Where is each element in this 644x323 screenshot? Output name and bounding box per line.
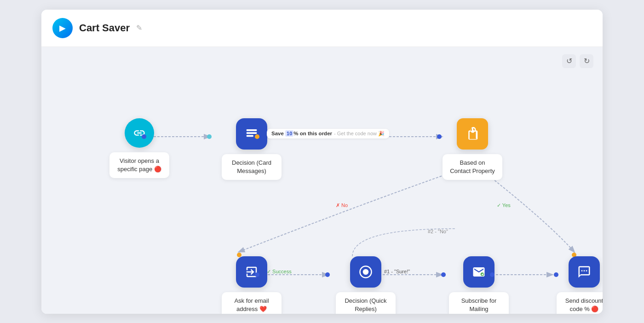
dot-contact-in: [437, 134, 442, 139]
dot-card-out: [255, 134, 259, 139]
dot-trigger-out: [142, 134, 146, 139]
decision-card-node[interactable]: Decision (Card Messages): [222, 118, 282, 180]
redo-button[interactable]: ↻: [580, 54, 593, 68]
svg-point-9: [363, 269, 369, 275]
logo-icon: ▶: [52, 18, 73, 38]
success-label: ✓ Success: [262, 267, 296, 277]
decision-card-icon: [236, 118, 267, 150]
decision-quick-node[interactable]: Decision (Quick Replies): [336, 256, 396, 314]
send-discount-label: Send discount code % 🔴: [557, 292, 603, 314]
dot-discount-in: [554, 272, 558, 277]
undo-button[interactable]: ↺: [562, 54, 576, 68]
subscribe-icon: [463, 256, 494, 288]
no-label: ✗ No: [336, 202, 348, 208]
trigger-icon: [125, 118, 154, 148]
based-on-contact-icon: [457, 118, 488, 150]
canvas-toolbar: ↺ ↻: [562, 54, 593, 68]
dot-subscribe-out: [490, 272, 494, 277]
trigger-label: Visitor opens a specific page 🔴: [109, 152, 169, 178]
ask-email-node[interactable]: Ask for email address ❤️: [222, 256, 282, 314]
app-window: ▶ Cart Saver ✎ ↺ ↻: [41, 10, 603, 314]
subscribe-label: Subscribe for Mailing: [449, 292, 509, 314]
yes-label: ✓ Yes: [497, 202, 511, 208]
dot-quick-out: [441, 272, 446, 277]
step2-label: #2 - "No": [428, 229, 448, 234]
decision-quick-icon: [350, 256, 381, 288]
decision-quick-label: Decision (Quick Replies): [336, 292, 396, 314]
send-discount-icon: [569, 256, 600, 288]
workflow-canvas: ↺ ↻: [41, 47, 603, 314]
trigger-node[interactable]: Visitor opens a specific page 🔴: [109, 118, 169, 178]
step1-label: #1 - "Sure!": [380, 267, 414, 276]
message-bubble: Save 10% on this order - Get the code no…: [267, 129, 389, 138]
svg-rect-5: [247, 129, 257, 131]
dot-decision-in: [207, 134, 212, 139]
page-title: Cart Saver: [79, 22, 130, 34]
dot-ask-out: [255, 272, 259, 277]
based-on-contact-label: Based on Contact Property: [443, 154, 502, 180]
subscribe-node[interactable]: Subscribe for Mailing: [449, 256, 509, 314]
edit-icon[interactable]: ✎: [136, 23, 142, 32]
header: ▶ Cart Saver ✎: [41, 10, 603, 47]
connections-svg: [41, 47, 603, 314]
svg-rect-7: [247, 135, 253, 137]
send-discount-node[interactable]: Send discount code % 🔴: [557, 256, 603, 314]
decision-card-label: Decision (Card Messages): [222, 154, 282, 180]
dot-quick-in: [325, 272, 330, 277]
based-on-contact-node[interactable]: Based on Contact Property: [443, 118, 502, 180]
ask-email-label: Ask for email address ❤️: [222, 292, 282, 314]
svg-rect-6: [247, 132, 257, 134]
